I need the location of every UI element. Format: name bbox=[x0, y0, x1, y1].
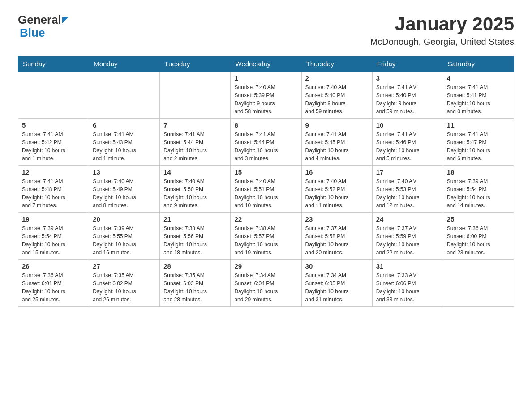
calendar-cell: 22Sunrise: 7:38 AMSunset: 5:57 PMDayligh… bbox=[231, 213, 301, 260]
calendar-cell: 24Sunrise: 7:37 AMSunset: 5:59 PMDayligh… bbox=[372, 213, 443, 260]
day-number: 2 bbox=[305, 74, 369, 82]
day-info: Sunrise: 7:36 AMSunset: 6:00 PMDaylight:… bbox=[447, 224, 510, 257]
day-number: 30 bbox=[305, 262, 369, 270]
day-info: Sunrise: 7:41 AMSunset: 5:40 PMDaylight:… bbox=[376, 83, 439, 116]
day-info: Sunrise: 7:40 AMSunset: 5:39 PMDaylight:… bbox=[234, 83, 297, 116]
day-number: 28 bbox=[163, 262, 227, 270]
weekday-header-thursday: Thursday bbox=[301, 56, 372, 72]
day-number: 6 bbox=[93, 121, 156, 129]
calendar-cell: 2Sunrise: 7:40 AMSunset: 5:40 PMDaylight… bbox=[301, 72, 372, 119]
weekday-header-sunday: Sunday bbox=[18, 56, 89, 72]
day-number: 24 bbox=[376, 215, 439, 223]
calendar-cell: 30Sunrise: 7:34 AMSunset: 6:05 PMDayligh… bbox=[301, 260, 372, 307]
calendar-cell bbox=[89, 72, 160, 119]
day-info: Sunrise: 7:35 AMSunset: 6:02 PMDaylight:… bbox=[93, 271, 156, 304]
day-info: Sunrise: 7:40 AMSunset: 5:52 PMDaylight:… bbox=[305, 177, 369, 210]
calendar-week-row: 1Sunrise: 7:40 AMSunset: 5:39 PMDaylight… bbox=[18, 72, 514, 119]
day-info: Sunrise: 7:33 AMSunset: 6:06 PMDaylight:… bbox=[376, 271, 439, 304]
day-info: Sunrise: 7:39 AMSunset: 5:54 PMDaylight:… bbox=[447, 177, 510, 210]
day-info: Sunrise: 7:41 AMSunset: 5:42 PMDaylight:… bbox=[22, 130, 85, 163]
calendar-cell: 5Sunrise: 7:41 AMSunset: 5:42 PMDaylight… bbox=[18, 119, 89, 166]
calendar-header-row: SundayMondayTuesdayWednesdayThursdayFrid… bbox=[18, 56, 514, 72]
weekday-header-wednesday: Wednesday bbox=[231, 56, 301, 72]
calendar-cell: 21Sunrise: 7:38 AMSunset: 5:56 PMDayligh… bbox=[160, 213, 231, 260]
day-info: Sunrise: 7:41 AMSunset: 5:44 PMDaylight:… bbox=[234, 130, 297, 163]
day-number: 29 bbox=[234, 262, 297, 270]
day-number: 20 bbox=[93, 215, 156, 223]
calendar-table: SundayMondayTuesdayWednesdayThursdayFrid… bbox=[18, 56, 514, 307]
calendar-cell: 15Sunrise: 7:40 AMSunset: 5:51 PMDayligh… bbox=[231, 166, 301, 213]
day-number: 4 bbox=[447, 74, 510, 82]
day-info: Sunrise: 7:41 AMSunset: 5:41 PMDaylight:… bbox=[447, 83, 510, 116]
day-number: 11 bbox=[447, 121, 510, 129]
calendar-cell bbox=[18, 72, 89, 119]
day-info: Sunrise: 7:41 AMSunset: 5:46 PMDaylight:… bbox=[376, 130, 439, 163]
title-area: January 2025 McDonough, Georgia, United … bbox=[370, 13, 514, 47]
day-info: Sunrise: 7:34 AMSunset: 6:04 PMDaylight:… bbox=[234, 271, 297, 304]
day-info: Sunrise: 7:40 AMSunset: 5:49 PMDaylight:… bbox=[93, 177, 156, 210]
day-number: 12 bbox=[22, 168, 85, 176]
calendar-cell: 11Sunrise: 7:41 AMSunset: 5:47 PMDayligh… bbox=[443, 119, 514, 166]
calendar-cell: 25Sunrise: 7:36 AMSunset: 6:00 PMDayligh… bbox=[443, 213, 514, 260]
calendar-cell: 6Sunrise: 7:41 AMSunset: 5:43 PMDaylight… bbox=[89, 119, 160, 166]
calendar-cell bbox=[160, 72, 231, 119]
calendar-week-row: 26Sunrise: 7:36 AMSunset: 6:01 PMDayligh… bbox=[18, 260, 514, 307]
day-number: 25 bbox=[447, 215, 510, 223]
day-number: 23 bbox=[305, 215, 369, 223]
calendar-cell: 12Sunrise: 7:41 AMSunset: 5:48 PMDayligh… bbox=[18, 166, 89, 213]
day-number: 21 bbox=[163, 215, 227, 223]
day-number: 14 bbox=[163, 168, 227, 176]
day-info: Sunrise: 7:39 AMSunset: 5:54 PMDaylight:… bbox=[22, 224, 85, 257]
day-info: Sunrise: 7:39 AMSunset: 5:55 PMDaylight:… bbox=[93, 224, 156, 257]
logo: General Blue bbox=[18, 13, 68, 39]
calendar-cell: 13Sunrise: 7:40 AMSunset: 5:49 PMDayligh… bbox=[89, 166, 160, 213]
calendar-cell: 31Sunrise: 7:33 AMSunset: 6:06 PMDayligh… bbox=[372, 260, 443, 307]
day-info: Sunrise: 7:36 AMSunset: 6:01 PMDaylight:… bbox=[22, 271, 85, 304]
weekday-header-monday: Monday bbox=[89, 56, 160, 72]
calendar-cell: 17Sunrise: 7:40 AMSunset: 5:53 PMDayligh… bbox=[372, 166, 443, 213]
day-number: 17 bbox=[376, 168, 439, 176]
day-number: 19 bbox=[22, 215, 85, 223]
weekday-header-friday: Friday bbox=[372, 56, 443, 72]
calendar-cell: 10Sunrise: 7:41 AMSunset: 5:46 PMDayligh… bbox=[372, 119, 443, 166]
calendar-cell: 27Sunrise: 7:35 AMSunset: 6:02 PMDayligh… bbox=[89, 260, 160, 307]
logo-general-text: General bbox=[18, 13, 61, 26]
calendar-week-row: 19Sunrise: 7:39 AMSunset: 5:54 PMDayligh… bbox=[18, 213, 514, 260]
day-info: Sunrise: 7:41 AMSunset: 5:48 PMDaylight:… bbox=[22, 177, 85, 210]
day-info: Sunrise: 7:41 AMSunset: 5:47 PMDaylight:… bbox=[447, 130, 510, 163]
day-info: Sunrise: 7:40 AMSunset: 5:53 PMDaylight:… bbox=[376, 177, 439, 210]
day-info: Sunrise: 7:40 AMSunset: 5:50 PMDaylight:… bbox=[163, 177, 227, 210]
weekday-header-tuesday: Tuesday bbox=[160, 56, 231, 72]
day-number: 16 bbox=[305, 168, 369, 176]
day-info: Sunrise: 7:34 AMSunset: 6:05 PMDaylight:… bbox=[305, 271, 369, 304]
calendar-cell: 26Sunrise: 7:36 AMSunset: 6:01 PMDayligh… bbox=[18, 260, 89, 307]
day-info: Sunrise: 7:41 AMSunset: 5:45 PMDaylight:… bbox=[305, 130, 369, 163]
calendar-cell: 18Sunrise: 7:39 AMSunset: 5:54 PMDayligh… bbox=[443, 166, 514, 213]
location-title: McDonough, Georgia, United States bbox=[370, 37, 514, 47]
calendar-cell: 20Sunrise: 7:39 AMSunset: 5:55 PMDayligh… bbox=[89, 213, 160, 260]
calendar-cell: 19Sunrise: 7:39 AMSunset: 5:54 PMDayligh… bbox=[18, 213, 89, 260]
day-number: 1 bbox=[234, 74, 297, 82]
weekday-header-saturday: Saturday bbox=[443, 56, 514, 72]
calendar-week-row: 12Sunrise: 7:41 AMSunset: 5:48 PMDayligh… bbox=[18, 166, 514, 213]
logo-blue-text: Blue bbox=[20, 26, 68, 39]
day-info: Sunrise: 7:38 AMSunset: 5:56 PMDaylight:… bbox=[163, 224, 227, 257]
day-info: Sunrise: 7:41 AMSunset: 5:44 PMDaylight:… bbox=[163, 130, 227, 163]
calendar-cell: 7Sunrise: 7:41 AMSunset: 5:44 PMDaylight… bbox=[160, 119, 231, 166]
month-title: January 2025 bbox=[370, 13, 514, 35]
day-number: 15 bbox=[234, 168, 297, 176]
calendar-week-row: 5Sunrise: 7:41 AMSunset: 5:42 PMDaylight… bbox=[18, 119, 514, 166]
day-number: 5 bbox=[22, 121, 85, 129]
day-info: Sunrise: 7:35 AMSunset: 6:03 PMDaylight:… bbox=[163, 271, 227, 304]
day-info: Sunrise: 7:37 AMSunset: 5:58 PMDaylight:… bbox=[305, 224, 369, 257]
day-number: 9 bbox=[305, 121, 369, 129]
calendar-cell: 23Sunrise: 7:37 AMSunset: 5:58 PMDayligh… bbox=[301, 213, 372, 260]
calendar-cell: 3Sunrise: 7:41 AMSunset: 5:40 PMDaylight… bbox=[372, 72, 443, 119]
day-number: 22 bbox=[234, 215, 297, 223]
day-number: 3 bbox=[376, 74, 439, 82]
day-number: 13 bbox=[93, 168, 156, 176]
day-number: 31 bbox=[376, 262, 439, 270]
calendar-cell bbox=[443, 260, 514, 307]
calendar-cell: 28Sunrise: 7:35 AMSunset: 6:03 PMDayligh… bbox=[160, 260, 231, 307]
calendar-cell: 9Sunrise: 7:41 AMSunset: 5:45 PMDaylight… bbox=[301, 119, 372, 166]
